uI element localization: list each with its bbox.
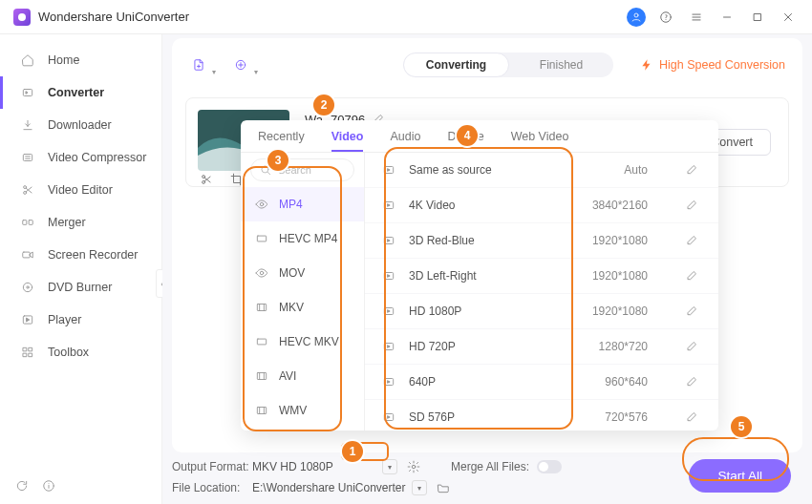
preset-edit-icon[interactable]	[686, 304, 699, 320]
account-icon[interactable]	[627, 8, 646, 27]
output-format-dropdown[interactable]: ▾	[382, 459, 397, 474]
preset-label: HD 1080P	[409, 304, 461, 318]
preset-label: SD 576P	[409, 410, 455, 424]
download-icon	[19, 116, 36, 134]
tab-recently[interactable]: Recently	[258, 130, 305, 152]
tab-finished[interactable]: Finished	[509, 52, 613, 77]
close-button[interactable]	[778, 7, 799, 28]
svg-rect-19	[23, 347, 27, 351]
sync-icon[interactable]	[15, 479, 29, 496]
sidebar-item-label: Toolbox	[48, 346, 89, 359]
preset-edit-icon[interactable]	[686, 339, 699, 355]
file-location-label: File Location:	[172, 481, 252, 494]
sidebar-item-home[interactable]: Home	[0, 44, 161, 76]
preset-icon	[380, 373, 397, 390]
file-location-value: E:\Wondershare UniConverter	[252, 481, 406, 494]
add-file-button[interactable]: ▾	[185, 52, 212, 78]
tab-converting[interactable]: Converting	[403, 52, 509, 77]
svg-rect-30	[257, 236, 266, 242]
support-icon[interactable]	[655, 7, 676, 28]
menu-icon[interactable]	[686, 7, 707, 28]
preset-row[interactable]: 4K Video3840*2160	[365, 188, 718, 223]
disc-icon	[19, 279, 36, 296]
svg-rect-14	[29, 220, 32, 225]
format-mp4[interactable]: MP4	[241, 187, 364, 221]
preset-row[interactable]: HD 1080P1920*1080	[365, 294, 718, 329]
preset-icon	[380, 409, 397, 426]
bolt-icon	[640, 58, 653, 72]
sidebar-item-label: Screen Recorder	[48, 248, 139, 262]
preset-edit-icon[interactable]	[686, 233, 699, 249]
format-search[interactable]: Search	[250, 158, 354, 181]
tab-video[interactable]: Video	[331, 130, 364, 152]
sidebar-item-toolbox[interactable]: Toolbox	[0, 336, 161, 368]
sidebar-item-label: DVD Burner	[48, 281, 112, 294]
preset-edit-icon[interactable]	[686, 162, 699, 178]
app-logo-icon	[13, 9, 31, 26]
preset-label: 4K Video	[409, 199, 456, 212]
svg-point-28	[262, 166, 268, 173]
preset-row[interactable]: 3D Left-Right1920*1080	[365, 259, 718, 294]
format-avi[interactable]: AVI	[241, 359, 364, 393]
tab-audio[interactable]: Audio	[390, 130, 420, 152]
preset-label: 3D Red-Blue	[409, 234, 475, 247]
preset-edit-icon[interactable]	[686, 268, 699, 284]
svg-rect-10	[23, 155, 32, 161]
sidebar-item-editor[interactable]: Video Editor	[0, 174, 161, 206]
preset-edit-icon[interactable]	[686, 410, 699, 426]
sidebar-item-label: Video Compressor	[48, 151, 146, 164]
preset-icon	[380, 161, 397, 178]
svg-rect-6	[755, 13, 761, 20]
minimize-button[interactable]	[716, 7, 737, 28]
film-icon	[254, 368, 269, 384]
preset-row[interactable]: 640P960*640	[365, 365, 718, 400]
play-icon	[19, 311, 36, 328]
format-popup: Recently Video Audio Device Web Video Se…	[241, 120, 718, 430]
file-location-dropdown[interactable]: ▾	[412, 480, 427, 495]
sidebar-item-converter[interactable]: Converter	[0, 76, 161, 109]
preset-row[interactable]: 3D Red-Blue1920*1080	[365, 223, 718, 259]
annotation-marker-5: 5	[731, 416, 752, 437]
settings-icon[interactable]	[407, 460, 420, 473]
preset-resolution: 960*640	[605, 375, 648, 388]
svg-rect-13	[23, 220, 27, 225]
format-mov[interactable]: MOV	[241, 256, 364, 290]
folder-open-icon[interactable]	[437, 481, 450, 494]
format-hevc-mp4[interactable]: HEVC MP4	[241, 221, 364, 256]
info-icon[interactable]	[42, 479, 55, 496]
format-wmv[interactable]: WMV	[241, 393, 364, 428]
sidebar-item-merger[interactable]: Merger	[0, 206, 161, 239]
preset-row[interactable]: HD 720P1280*720	[365, 329, 718, 365]
tab-webvideo[interactable]: Web Video	[511, 130, 569, 152]
format-hevc-mkv[interactable]: HEVC MKV	[241, 325, 364, 359]
preset-edit-icon[interactable]	[686, 374, 699, 390]
preset-row[interactable]: Same as sourceAuto	[365, 153, 718, 188]
converter-icon	[19, 84, 36, 101]
svg-point-26	[412, 465, 416, 469]
output-format-label: Output Format:	[172, 460, 252, 473]
sidebar-item-player[interactable]: Player	[0, 304, 161, 336]
sidebar-item-compressor[interactable]: Video Compressor	[0, 141, 161, 174]
start-all-button[interactable]: Start All	[689, 459, 791, 493]
trim-icon[interactable]	[198, 173, 215, 189]
svg-point-31	[260, 271, 264, 275]
high-speed-label: High Speed Conversion	[659, 58, 785, 72]
svg-rect-15	[23, 252, 31, 258]
sidebar-item-recorder[interactable]: Screen Recorder	[0, 239, 161, 271]
sidebar-item-downloader[interactable]: Downloader	[0, 109, 161, 141]
add-folder-button[interactable]: ▾	[227, 52, 254, 78]
preset-row[interactable]: SD 576P720*576	[365, 400, 718, 430]
sidebar-item-dvd[interactable]: DVD Burner	[0, 271, 161, 304]
compress-icon	[19, 149, 36, 166]
sidebar-item-label: Downloader	[48, 118, 112, 132]
preset-icon	[380, 303, 397, 320]
preset-edit-icon[interactable]	[686, 198, 699, 214]
merge-toggle[interactable]	[537, 460, 562, 473]
high-speed-toggle[interactable]: High Speed Conversion	[640, 58, 789, 72]
maximize-button[interactable]	[747, 7, 768, 28]
format-mkv[interactable]: MKV	[241, 290, 364, 325]
grid-icon	[19, 344, 36, 361]
preset-list: Same as sourceAuto4K Video3840*21603D Re…	[365, 153, 718, 430]
svg-point-0	[634, 13, 638, 17]
annotation-marker-4: 4	[457, 125, 478, 146]
